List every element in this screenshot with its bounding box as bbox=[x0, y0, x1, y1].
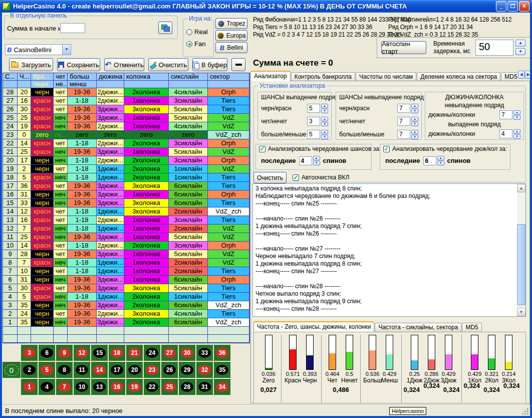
roulette-number-25[interactable]: 25 bbox=[161, 379, 178, 395]
roulette-number-4[interactable]: 4 bbox=[39, 379, 55, 395]
spin-up-icon[interactable]: ▲ bbox=[437, 156, 444, 160]
scrollbar-thumb[interactable] bbox=[517, 224, 525, 305]
main-tab-1[interactable]: Контроль банкролла bbox=[291, 72, 355, 81]
spin-down-icon[interactable]: ▼ bbox=[513, 134, 520, 139]
spin-up-icon[interactable]: ▲ bbox=[513, 129, 520, 134]
spin-value-input[interactable]: 4 bbox=[499, 129, 512, 138]
tab-scroll-right-icon[interactable]: ▶ bbox=[525, 71, 530, 79]
checkbox-dozen-alternation[interactable] bbox=[383, 146, 390, 152]
spin-up-icon[interactable]: ▲ bbox=[513, 110, 520, 115]
spin-up-icon[interactable]: ▲ bbox=[411, 130, 418, 134]
scroll-up-icon[interactable]: ▲ bbox=[517, 184, 525, 192]
spin-down-icon[interactable]: ▼ bbox=[313, 161, 320, 165]
casino-button-bellini[interactable]: Bellini bbox=[215, 42, 247, 53]
toolbar-button-brush[interactable]: Очистить bbox=[148, 58, 188, 71]
spin-up-icon[interactable]: ▲ bbox=[515, 40, 525, 47]
spin-down-icon[interactable]: ▼ bbox=[437, 161, 444, 165]
checkbox-chances-alternation[interactable] bbox=[259, 146, 265, 152]
spin-down-icon[interactable]: ▼ bbox=[321, 122, 328, 126]
freq-tab-0[interactable]: Частота - Zero, шансы, дюжины, колонки bbox=[253, 321, 374, 332]
toolbar-button-folder[interactable]: Загрузить bbox=[9, 58, 53, 71]
autospin-start-button[interactable]: Автоспин старт bbox=[381, 41, 426, 54]
roulette-number-33[interactable]: 33 bbox=[196, 345, 213, 361]
roulette-number-27[interactable]: 27 bbox=[161, 345, 178, 361]
roulette-number-31[interactable]: 31 bbox=[196, 379, 213, 395]
toolbar-button-copy[interactable]: В буфер bbox=[192, 58, 227, 71]
toolbar-button-undo[interactable]: Отменить bbox=[104, 58, 144, 71]
roulette-number-23[interactable]: 23 bbox=[144, 362, 160, 378]
delay-input[interactable]: 50 bbox=[475, 40, 513, 56]
clear-log-button[interactable]: Очистить bbox=[253, 172, 287, 183]
roulette-number-2[interactable]: 2 bbox=[21, 362, 38, 378]
spin-up-icon[interactable]: ▲ bbox=[313, 156, 320, 160]
chevron-down-icon[interactable]: ▼ bbox=[62, 45, 71, 55]
main-tab-3[interactable]: Деление колеса на сектора bbox=[417, 72, 500, 81]
toolbar-button-floppy[interactable]: Сохранить bbox=[57, 58, 100, 71]
roulette-number-3[interactable]: 3 bbox=[21, 345, 38, 361]
roulette-zero[interactable]: 0 bbox=[3, 362, 21, 378]
spin-value-input[interactable]: 7 bbox=[397, 104, 410, 113]
freq-tab-1[interactable]: Частота - сиклайны, сектора bbox=[375, 323, 461, 332]
roulette-number-30[interactable]: 30 bbox=[179, 345, 195, 361]
spin-up-icon[interactable]: ▲ bbox=[411, 117, 418, 121]
roulette-number-36[interactable]: 36 bbox=[214, 345, 230, 361]
roulette-number-20[interactable]: 20 bbox=[126, 362, 143, 378]
spin-down-icon[interactable]: ▼ bbox=[513, 115, 520, 120]
roulette-number-12[interactable]: 12 bbox=[74, 345, 90, 361]
spin-up-icon[interactable]: ▲ bbox=[411, 104, 418, 108]
maximize-button[interactable] bbox=[507, 1, 518, 12]
roulette-number-5[interactable]: 5 bbox=[39, 362, 55, 378]
roulette-number-17[interactable]: 17 bbox=[109, 362, 125, 378]
main-tab-0[interactable]: Анализатор bbox=[250, 71, 291, 81]
roulette-number-34[interactable]: 34 bbox=[214, 379, 230, 395]
collapse-button[interactable] bbox=[231, 58, 245, 71]
roulette-number-9[interactable]: 9 bbox=[56, 345, 73, 361]
radio-icon[interactable] bbox=[186, 29, 192, 35]
roulette-number-22[interactable]: 22 bbox=[144, 379, 160, 395]
spin-down-icon[interactable]: ▼ bbox=[411, 122, 418, 126]
roulette-number-28[interactable]: 28 bbox=[179, 379, 195, 395]
radio-option-real[interactable]: Real bbox=[186, 26, 208, 38]
spin-value-input[interactable]: 7 bbox=[499, 110, 512, 119]
roulette-number-11[interactable]: 11 bbox=[74, 362, 90, 378]
roulette-number-29[interactable]: 29 bbox=[179, 362, 195, 378]
roulette-number-35[interactable]: 35 bbox=[214, 362, 230, 378]
casino-button-europa[interactable]: Europa bbox=[215, 30, 247, 41]
detach-panel-button[interactable] bbox=[158, 22, 172, 34]
roulette-number-26[interactable]: 26 bbox=[161, 362, 178, 378]
spin-value-input[interactable]: 7 bbox=[397, 130, 410, 139]
spin-up-icon[interactable]: ▲ bbox=[321, 117, 328, 121]
spin-down-icon[interactable]: ▼ bbox=[515, 48, 525, 55]
roulette-number-13[interactable]: 13 bbox=[91, 379, 108, 395]
roulette-number-14[interactable]: 14 bbox=[91, 362, 108, 378]
spin-value-input[interactable]: 5 bbox=[307, 130, 320, 139]
casino-select[interactable]: CasinoBellini ▼ bbox=[5, 44, 71, 55]
minimize-button[interactable]: _ bbox=[496, 1, 506, 12]
casino-button-tropez[interactable]: Tropez bbox=[215, 18, 247, 29]
roulette-number-19[interactable]: 19 bbox=[126, 379, 143, 395]
roulette-number-16[interactable]: 16 bbox=[109, 379, 125, 395]
radio-icon[interactable] bbox=[186, 41, 192, 47]
spin-value-input[interactable]: 5 bbox=[307, 104, 320, 113]
resize-grip[interactable] bbox=[522, 408, 528, 414]
roulette-number-21[interactable]: 21 bbox=[126, 345, 143, 361]
spin-down-icon[interactable]: ▼ bbox=[411, 109, 418, 113]
spin-value-input[interactable]: 7 bbox=[397, 117, 410, 126]
roulette-number-18[interactable]: 18 bbox=[109, 345, 125, 361]
spin-down-icon[interactable]: ▼ bbox=[321, 109, 328, 113]
spin-value-input[interactable]: 6 bbox=[423, 156, 436, 165]
spin-down-icon[interactable]: ▼ bbox=[411, 135, 418, 139]
scroll-down-icon[interactable]: ▼ bbox=[517, 308, 525, 316]
roulette-number-8[interactable]: 8 bbox=[56, 362, 73, 378]
roulette-number-32[interactable]: 32 bbox=[196, 362, 213, 378]
spin-up-icon[interactable]: ▲ bbox=[321, 104, 328, 108]
spin-value-input[interactable]: 3 bbox=[307, 117, 320, 126]
roulette-number-6[interactable]: 6 bbox=[39, 345, 55, 361]
spin-value-input[interactable]: 4 bbox=[299, 156, 312, 165]
log-scrollbar[interactable]: ▲ ▼ bbox=[517, 184, 525, 316]
checkbox-autoclean[interactable] bbox=[293, 174, 299, 181]
roulette-number-24[interactable]: 24 bbox=[144, 345, 160, 361]
start-sum-input[interactable] bbox=[60, 23, 85, 33]
roulette-number-1[interactable]: 1 bbox=[21, 379, 38, 395]
spin-down-icon[interactable]: ▼ bbox=[321, 135, 328, 139]
